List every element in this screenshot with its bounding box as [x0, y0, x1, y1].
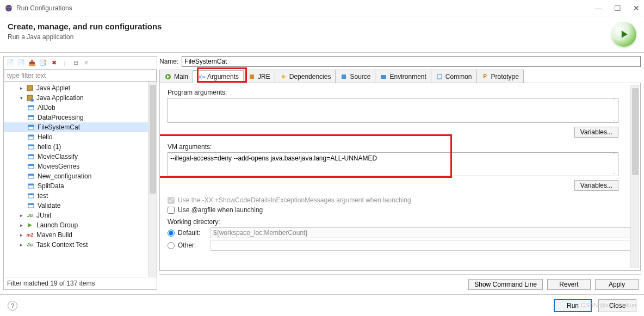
- cfg-icon: [27, 123, 35, 132]
- svg-rect-17: [28, 154, 34, 156]
- tree-item-label: Maven Build: [36, 231, 72, 239]
- workdir-label: Working directory:: [168, 218, 633, 226]
- tree-item[interactable]: DataProcessing: [4, 113, 157, 122]
- delete-icon[interactable]: ✖: [49, 59, 58, 67]
- expander-icon[interactable]: ▸: [18, 232, 24, 238]
- apply-button[interactable]: Apply: [595, 279, 639, 290]
- workdir-other-input[interactable]: [210, 240, 633, 251]
- vm-args-variables-button[interactable]: Variables...: [574, 180, 618, 191]
- tab-source[interactable]: Source: [335, 70, 375, 83]
- revert-button[interactable]: Revert: [547, 279, 591, 290]
- svg-rect-33: [381, 75, 386, 79]
- expander-icon[interactable]: ▾: [18, 95, 24, 101]
- svg-rect-34: [437, 75, 442, 79]
- tree-item[interactable]: Validate: [4, 201, 157, 210]
- applet-icon: [26, 84, 34, 92]
- svg-rect-9: [28, 115, 34, 117]
- tree-item-label: New_configuration: [38, 172, 91, 180]
- launch-icon: [26, 221, 34, 230]
- new-proto-icon[interactable]: 📄: [17, 59, 26, 67]
- new-config-icon[interactable]: 📄: [6, 59, 15, 67]
- cfg-icon: [27, 172, 35, 181]
- run-button[interactable]: Run: [554, 299, 592, 312]
- help-icon[interactable]: ?: [8, 301, 17, 311]
- tree-item-label: Task Context Test: [36, 241, 88, 249]
- tab-environment[interactable]: Environment: [375, 70, 431, 83]
- export-icon[interactable]: 📤: [28, 59, 36, 67]
- tree-item[interactable]: ▸m2Maven Build: [4, 230, 157, 240]
- arguments-tab-page: Program arguments: ˄˅ Variables... VM ar…: [159, 83, 641, 271]
- dependencies-tab-icon: [280, 73, 287, 80]
- tab-label: Arguments: [207, 73, 239, 80]
- run-icon: [611, 22, 636, 47]
- header-title: Create, manage, and run configurations: [8, 22, 162, 31]
- tree-item[interactable]: New_configuration: [4, 171, 157, 181]
- cfg-icon: [27, 133, 35, 141]
- svg-rect-7: [28, 106, 34, 107]
- maximize-icon[interactable]: ☐: [614, 4, 621, 13]
- tree-item[interactable]: SplitData: [4, 181, 157, 191]
- svg-marker-28: [28, 223, 32, 227]
- tree-item[interactable]: ▸Launch Group: [4, 220, 157, 230]
- vm-args-input[interactable]: [168, 152, 618, 176]
- close-button[interactable]: Close: [598, 299, 636, 312]
- tab-label: Common: [445, 73, 472, 80]
- program-args-input[interactable]: [168, 98, 618, 123]
- tree-scrollbar[interactable]: [148, 82, 157, 277]
- dialog-footer: ? Run Close: [0, 294, 644, 316]
- tab-dependencies[interactable]: Dependencies: [275, 70, 336, 83]
- tab-label: Prototype: [491, 73, 519, 80]
- workdir-default-radio[interactable]: [168, 230, 175, 237]
- tree-item[interactable]: MovieClassify: [4, 152, 157, 162]
- close-icon[interactable]: ✕: [633, 4, 640, 13]
- minimize-icon[interactable]: ―: [595, 4, 602, 13]
- tab-main[interactable]: Main: [159, 70, 193, 83]
- expander-icon[interactable]: ▸: [18, 222, 24, 228]
- argfile-checkbox-label: Use @argfile when launching: [178, 206, 263, 214]
- cfg-icon: [27, 113, 35, 122]
- svg-rect-25: [28, 194, 34, 195]
- svg-rect-32: [342, 75, 346, 79]
- workdir-other-radio[interactable]: [168, 242, 175, 249]
- tree-item-label: Hello: [38, 133, 52, 141]
- filter-input[interactable]: [4, 70, 157, 82]
- cfg-icon: [27, 162, 35, 171]
- svg-rect-21: [28, 174, 34, 176]
- name-input[interactable]: [182, 56, 641, 67]
- expander-icon[interactable]: ▸: [18, 212, 24, 219]
- window-title: Run Configurations: [16, 4, 72, 12]
- tree-item[interactable]: hello (1): [4, 142, 157, 152]
- svg-marker-2: [622, 30, 628, 38]
- tree-item[interactable]: ▾Java Application: [4, 93, 157, 103]
- tab-arguments[interactable]: (x)=Arguments: [193, 70, 244, 83]
- tree-item[interactable]: test: [4, 191, 157, 201]
- show-command-line-button[interactable]: Show Command Line: [468, 279, 543, 290]
- program-args-variables-button[interactable]: Variables...: [574, 127, 618, 138]
- tree-item-label: MovieClassify: [38, 153, 78, 160]
- expander-icon[interactable]: ▸: [18, 241, 24, 248]
- tab-prototype[interactable]: PPrototype: [476, 70, 524, 83]
- cfg-icon: [27, 142, 35, 151]
- tree-item[interactable]: ▸JuJUnit: [4, 210, 157, 220]
- svg-rect-27: [28, 203, 34, 205]
- header-subtitle: Run a Java application: [8, 33, 162, 41]
- tree-item[interactable]: AllJob: [4, 103, 157, 113]
- collapse-all-icon[interactable]: ⊟: [71, 59, 80, 67]
- tree-item[interactable]: MoviesGenres: [4, 162, 157, 171]
- tree-item[interactable]: Hello: [4, 132, 157, 142]
- expander-icon[interactable]: ▸: [18, 85, 24, 91]
- duplicate-icon[interactable]: 📑: [39, 59, 47, 67]
- program-args-label: Program arguments:: [168, 89, 633, 96]
- tree-item[interactable]: ▸JuTask Context Test: [4, 240, 157, 250]
- prototype-tab-icon: P: [481, 73, 489, 80]
- tree-item-label: Java Application: [36, 94, 84, 102]
- tab-common[interactable]: Common: [431, 70, 477, 83]
- filter-icon[interactable]: ▿: [82, 59, 91, 67]
- config-tree[interactable]: ▸Java Applet▾Java ApplicationAllJobDataP…: [4, 82, 157, 277]
- tabpage-scrollbar[interactable]: [630, 85, 639, 268]
- argfile-checkbox[interactable]: [168, 207, 175, 214]
- tree-item[interactable]: FileSystemCat: [4, 122, 157, 132]
- tree-item[interactable]: ▸Java Applet: [4, 83, 157, 93]
- tree-item-label: test: [38, 192, 48, 200]
- tab-jre[interactable]: JRE: [243, 70, 275, 83]
